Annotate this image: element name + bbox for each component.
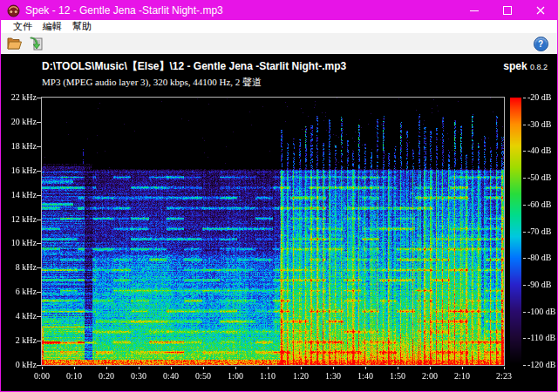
db-tick-label: -50 dB xyxy=(527,173,552,182)
freq-tick-label: 0 kHz xyxy=(2,361,37,369)
menu-file[interactable]: 文件 xyxy=(8,20,37,33)
db-tick xyxy=(523,285,526,286)
freq-tick-label: 4 kHz xyxy=(2,312,37,321)
menu-edit[interactable]: 編輯 xyxy=(37,20,67,33)
app-brand: spek 0.8.2 xyxy=(503,60,548,72)
time-tick-label: 0:20 xyxy=(89,372,124,381)
time-tick-label: 1:10 xyxy=(250,372,285,381)
db-tick-label: -40 dB xyxy=(527,146,552,155)
time-tick xyxy=(268,367,269,369)
freq-tick xyxy=(37,122,41,123)
freq-tick-label: 2 kHz xyxy=(2,336,37,345)
save-button[interactable] xyxy=(27,35,46,53)
freq-tick-label: 10 kHz xyxy=(2,239,37,247)
close-icon xyxy=(536,6,545,15)
time-tick-label: 0:10 xyxy=(57,372,92,381)
time-tick xyxy=(203,367,204,369)
app-name: spek xyxy=(503,60,527,72)
time-tick-label: 2:23 xyxy=(487,372,521,381)
time-tick xyxy=(301,367,302,369)
freq-tick xyxy=(37,365,41,366)
open-folder-icon xyxy=(7,37,24,51)
freq-tick xyxy=(37,341,41,341)
app-version: 0.8.2 xyxy=(530,63,548,71)
db-tick xyxy=(523,125,526,125)
format-info: MP3 (MPEG audio layer 3), 320 kbps, 4410… xyxy=(42,76,262,89)
time-tick-label: 0:30 xyxy=(121,372,156,381)
time-tick-label: 2:10 xyxy=(445,372,480,381)
time-tick xyxy=(398,367,398,369)
db-tick-label: -110 dB xyxy=(527,334,555,342)
open-file-button[interactable] xyxy=(5,35,24,53)
minimize-icon xyxy=(470,10,479,11)
freq-tick xyxy=(37,171,41,172)
db-tick xyxy=(523,151,526,152)
freq-tick xyxy=(37,316,41,317)
db-tick-label: -120 dB xyxy=(527,361,556,369)
menu-bar: 文件 編輯 幫助 xyxy=(1,20,557,33)
time-tick xyxy=(235,367,236,369)
titlebar[interactable]: Spek - 12 - Gentle Jena -Starlit Night-.… xyxy=(1,1,557,20)
time-tick xyxy=(365,367,366,369)
help-icon: ? xyxy=(534,37,548,51)
save-as-icon xyxy=(29,37,44,51)
time-tick xyxy=(139,367,140,369)
close-button[interactable] xyxy=(524,1,557,20)
maximize-icon xyxy=(503,6,512,15)
minimize-button[interactable] xyxy=(458,1,491,20)
time-tick-label: 1:30 xyxy=(316,372,350,381)
freq-tick xyxy=(37,146,41,147)
toolbar: ? xyxy=(1,33,557,54)
db-tick xyxy=(523,365,526,366)
time-tick-label: 2:00 xyxy=(412,372,447,381)
freq-tick-label: 16 kHz xyxy=(2,166,37,175)
db-tick xyxy=(523,258,526,259)
time-tick xyxy=(106,367,107,369)
time-tick-label: 0:40 xyxy=(153,372,188,381)
freq-tick xyxy=(37,243,41,244)
db-tick xyxy=(523,178,526,179)
menu-help[interactable]: 幫助 xyxy=(67,20,97,33)
window-title: Spek - 12 - Gentle Jena -Starlit Night-.… xyxy=(25,1,458,20)
freq-tick xyxy=(37,292,41,293)
time-tick-label: 0:50 xyxy=(186,372,221,381)
freq-tick-label: 12 kHz xyxy=(2,215,37,224)
db-tick-label: -100 dB xyxy=(527,308,556,316)
freq-tick-label: 20 kHz xyxy=(2,118,37,126)
db-tick-label: -80 dB xyxy=(527,253,552,262)
plot-frame xyxy=(41,97,505,366)
spek-app-icon xyxy=(7,4,20,17)
db-tick xyxy=(523,232,526,233)
spek-window: Spek - 12 - Gentle Jena -Starlit Night-.… xyxy=(0,0,558,392)
db-tick-label: -90 dB xyxy=(527,280,552,289)
file-path: D:\TOOLS\Music\【Else】\12 - Gentle Jena -… xyxy=(42,59,346,74)
spectrogram-panel: D:\TOOLS\Music\【Else】\12 - Gentle Jena -… xyxy=(1,54,557,391)
freq-tick-label: 14 kHz xyxy=(2,191,37,199)
db-tick xyxy=(523,205,526,206)
time-tick-label: 1:40 xyxy=(348,372,383,381)
time-tick xyxy=(74,367,75,369)
db-tick-label: -70 dB xyxy=(527,227,552,236)
time-tick-label: 0:00 xyxy=(24,372,59,381)
freq-tick-label: 6 kHz xyxy=(2,287,37,296)
db-tick-label: -30 dB xyxy=(527,120,552,129)
window-controls xyxy=(458,1,557,20)
maximize-button[interactable] xyxy=(491,1,524,20)
freq-tick xyxy=(37,267,41,268)
time-tick xyxy=(430,367,431,369)
time-tick xyxy=(333,367,334,369)
freq-tick-label: 18 kHz xyxy=(2,142,37,151)
time-tick-label: 1:20 xyxy=(283,372,318,381)
db-tick xyxy=(523,338,526,339)
time-tick xyxy=(462,367,463,369)
db-tick-label: -20 dB xyxy=(527,93,552,102)
help-button[interactable]: ? xyxy=(531,35,550,53)
time-tick xyxy=(171,367,172,369)
time-tick-label: 1:50 xyxy=(380,372,415,381)
freq-tick xyxy=(37,220,41,220)
time-tick-label: 1:00 xyxy=(218,372,253,381)
colorbar-canvas xyxy=(510,98,521,365)
freq-tick xyxy=(37,195,41,196)
db-tick xyxy=(523,98,526,98)
freq-tick-label: 8 kHz xyxy=(2,263,37,272)
